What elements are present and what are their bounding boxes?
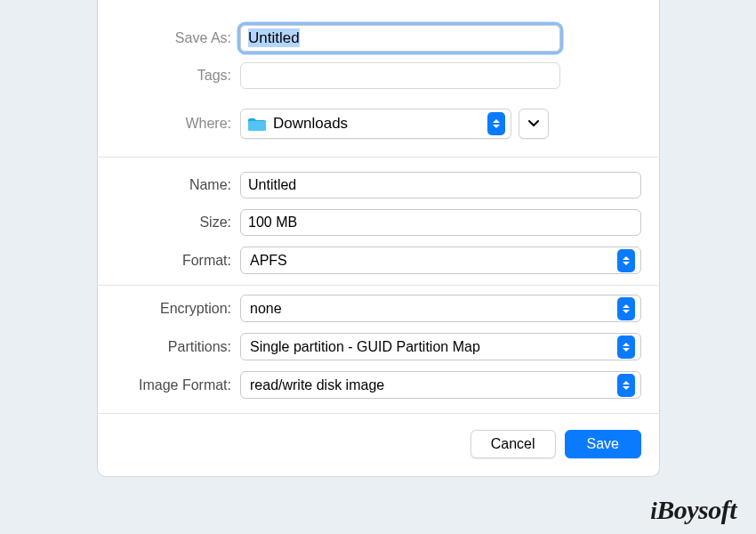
image-format-select[interactable]: read/write disk image: [240, 371, 641, 399]
image-format-label: Image Format:: [116, 377, 240, 393]
name-label: Name:: [116, 177, 240, 193]
updown-icon: [487, 112, 505, 135]
partitions-select[interactable]: Single partition - GUID Partition Map: [240, 333, 641, 360]
save-as-input[interactable]: Untitled: [240, 25, 560, 52]
partitions-label: Partitions:: [116, 339, 240, 355]
save-as-label: Save As:: [116, 30, 240, 46]
updown-icon: [617, 249, 635, 272]
where-label: Where:: [116, 116, 240, 132]
save-top-section: Save As: Untitled Tags: Where: Downloads: [98, 0, 659, 157]
expand-button[interactable]: [519, 109, 549, 139]
name-input[interactable]: [240, 172, 641, 198]
encryption-select[interactable]: none: [240, 295, 641, 322]
where-value: Downloads: [273, 115, 348, 133]
watermark-logo: iBoysoft: [650, 495, 736, 525]
save-as-value: Untitled: [248, 28, 300, 47]
svg-rect-0: [248, 121, 266, 131]
divider: [98, 285, 659, 286]
image-format-value: read/write disk image: [250, 377, 384, 393]
button-bar: Cancel Save: [98, 413, 659, 476]
format-label: Format:: [116, 253, 240, 269]
size-input[interactable]: [240, 209, 641, 236]
format-select[interactable]: APFS: [240, 247, 641, 274]
save-button[interactable]: Save: [565, 430, 641, 458]
partitions-value: Single partition - GUID Partition Map: [250, 339, 480, 355]
save-sheet: Save As: Untitled Tags: Where: Downloads: [97, 0, 660, 477]
folder-icon: [248, 117, 266, 131]
cancel-button[interactable]: Cancel: [470, 430, 556, 458]
tags-label: Tags:: [116, 68, 240, 84]
encryption-value: none: [250, 301, 282, 317]
updown-icon: [617, 297, 635, 320]
where-select[interactable]: Downloads: [240, 109, 511, 139]
format-value: APFS: [250, 253, 287, 269]
updown-icon: [617, 374, 635, 397]
tags-input[interactable]: [240, 62, 560, 89]
size-label: Size:: [116, 214, 240, 231]
chevron-down-icon: [528, 120, 539, 127]
disk-image-options: Name: Size: Format: APFS Encryption: non…: [98, 157, 659, 413]
encryption-label: Encryption:: [116, 301, 240, 317]
updown-icon: [617, 336, 635, 359]
